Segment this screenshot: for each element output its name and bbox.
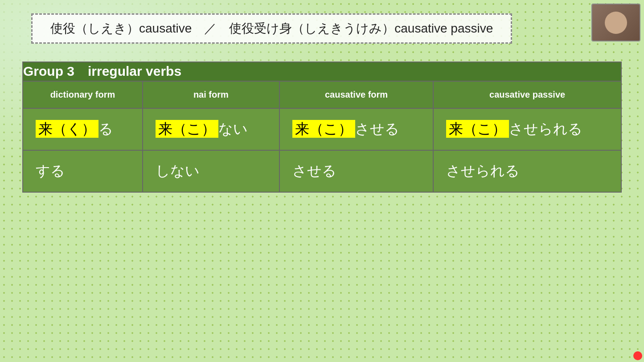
row2-col1: する (23, 150, 143, 192)
call-indicator (633, 351, 642, 360)
row1-col1-suffix: る (98, 121, 113, 137)
row1-col3: 来（こ）させる (279, 108, 433, 150)
row1-col3-highlight: 来（こ） (292, 120, 355, 138)
group-header-row: Group 3 irregular verbs (23, 62, 621, 81)
main-content: 使役（しえき）causative ／ 使役受け身（しえきうけみ）causativ… (0, 0, 644, 202)
camera-thumbnail (591, 4, 640, 41)
row2-col4: させられる (433, 150, 621, 192)
col-header-causative: causative form (279, 81, 433, 108)
face-icon (605, 12, 627, 34)
row1-col1: 来（く）る (23, 108, 143, 150)
row1-col4-highlight: 来（こ） (446, 120, 509, 138)
table-row-2: する しない させる させられる (23, 150, 621, 192)
column-headers-row: dictionary form nai form causative form … (23, 81, 621, 108)
col-header-dictionary: dictionary form (23, 81, 143, 108)
table-row-1: 来（く）る 来（こ）ない 来（こ）させる 来（こ）させられる (23, 108, 621, 150)
page-title: 使役（しえき）causative ／ 使役受け身（しえきうけみ）causativ… (50, 21, 493, 35)
row1-col4-suffix: させられる (509, 121, 582, 137)
table-wrapper: Group 3 irregular verbs dictionary form … (22, 62, 622, 193)
row1-col4: 来（こ）させられる (433, 108, 621, 150)
row2-col3: させる (279, 150, 433, 192)
row1-col1-highlight: 来（く） (36, 120, 98, 138)
verb-table: Group 3 irregular verbs dictionary form … (22, 62, 622, 193)
row1-col2-suffix: ない (218, 121, 248, 137)
row1-col2-highlight: 来（こ） (156, 120, 218, 138)
title-box: 使役（しえき）causative ／ 使役受け身（しえきうけみ）causativ… (31, 13, 512, 44)
row1-col3-suffix: させる (355, 121, 399, 137)
col-header-causative-passive: causative passive (433, 81, 621, 108)
group-title: Group 3 irregular verbs (23, 62, 621, 81)
row1-col2: 来（こ）ない (143, 108, 279, 150)
camera-face (592, 4, 640, 41)
row2-col2: しない (143, 150, 279, 192)
col-header-nai: nai form (143, 81, 279, 108)
